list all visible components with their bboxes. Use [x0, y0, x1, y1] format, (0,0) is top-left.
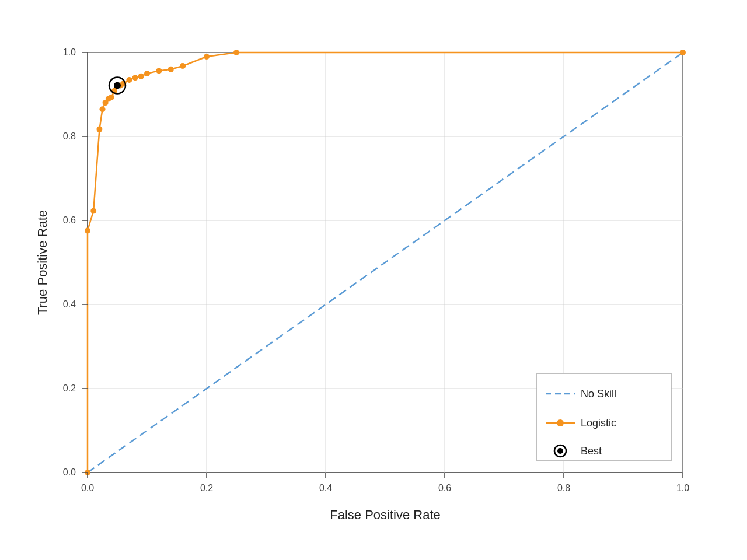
- legend-best-dot: [557, 448, 563, 454]
- y-tick-06: 0.6: [63, 215, 76, 225]
- x-axis-label: False Positive Rate: [330, 508, 441, 522]
- svg-point-25: [132, 75, 138, 80]
- svg-point-32: [233, 50, 239, 55]
- y-tick-04: 0.4: [63, 299, 76, 309]
- y-tick-10: 1.0: [63, 47, 76, 57]
- x-tick-04: 0.4: [319, 483, 332, 493]
- x-tick-06: 0.6: [438, 483, 451, 493]
- x-tick-08: 0.8: [557, 483, 570, 493]
- svg-point-27: [144, 71, 150, 76]
- legend-best-label: Best: [581, 445, 602, 457]
- y-axis-label: True Positive Rate: [35, 210, 50, 315]
- x-tick-02: 0.2: [200, 483, 213, 493]
- best-point-fill: [114, 82, 121, 89]
- y-tick-0: 0.0: [63, 467, 76, 477]
- y-tick-02: 0.2: [63, 383, 76, 393]
- svg-point-26: [138, 74, 144, 79]
- svg-point-24: [126, 77, 132, 83]
- svg-point-29: [168, 66, 174, 72]
- svg-point-14: [90, 208, 96, 214]
- svg-point-30: [180, 63, 186, 69]
- svg-point-19: [109, 94, 114, 100]
- svg-point-33: [680, 50, 686, 55]
- x-tick-10: 1.0: [676, 483, 689, 493]
- legend-no-skill-label: No Skill: [581, 388, 616, 400]
- svg-point-16: [100, 106, 106, 112]
- svg-point-31: [204, 54, 210, 60]
- svg-point-15: [96, 127, 102, 132]
- chart-container: 0.0 0.2 0.4 0.6 0.8 1.0 0.0 0.2 0.4 0.6 …: [29, 23, 718, 537]
- svg-point-13: [85, 228, 90, 233]
- svg-point-28: [156, 68, 162, 74]
- y-tick-08: 0.8: [63, 131, 76, 141]
- legend-logistic-label: Logistic: [581, 417, 616, 429]
- legend-logistic-dot: [557, 419, 564, 426]
- x-tick-0: 0.0: [81, 483, 94, 493]
